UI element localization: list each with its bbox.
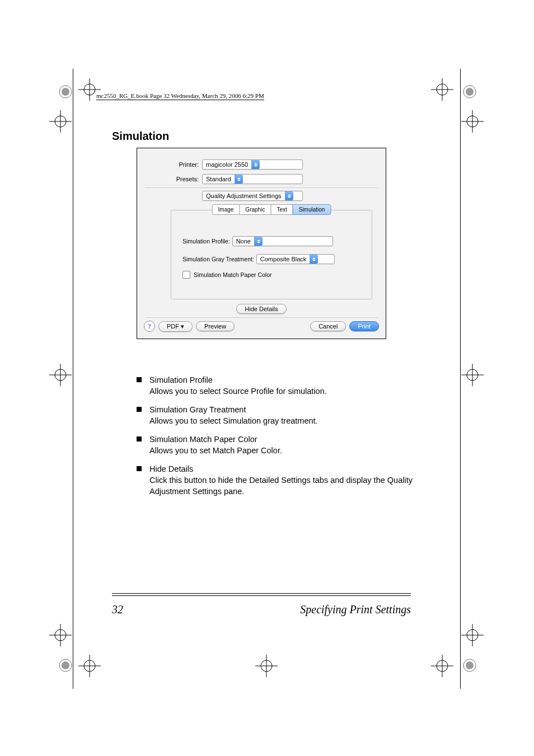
crop-mark-icon <box>461 364 484 386</box>
svg-point-5 <box>62 661 69 669</box>
bullet-desc: Allows you to select Simulation gray tre… <box>149 416 416 427</box>
sim-profile-select[interactable]: None <box>232 236 333 246</box>
bullet-title: Simulation Gray Treatment <box>149 405 416 416</box>
crop-mark-icon <box>461 624 484 646</box>
dropdown-arrow-icon <box>251 160 260 169</box>
sim-match-label: Simulation Match Paper Color <box>194 271 271 278</box>
list-item: Hide Details Click this button to hide t… <box>137 464 416 497</box>
svg-point-7 <box>466 661 474 669</box>
tab-simulation[interactable]: Simulation <box>293 204 331 215</box>
sim-profile-value: None <box>233 237 254 246</box>
bullet-title: Simulation Match Paper Color <box>149 434 416 445</box>
bullet-list: Simulation Profile Allows you to select … <box>137 375 416 505</box>
printer-value: magicolor 2550 <box>203 160 251 169</box>
sim-gray-label: Simulation Gray Treatment: <box>182 256 254 262</box>
section-title: Simulation <box>112 130 169 143</box>
tab-image[interactable]: Image <box>212 204 240 215</box>
printer-label: Printer: <box>167 161 199 168</box>
tab-graphic[interactable]: Graphic <box>239 204 271 215</box>
footer-rule <box>112 593 411 596</box>
sim-profile-label: Simulation Profile: <box>182 238 230 245</box>
crop-mark-icon <box>461 110 484 133</box>
print-dialog: Printer: magicolor 2550 Presets: Standar… <box>137 148 386 339</box>
list-item: Simulation Match Paper Color Allows you … <box>137 434 416 456</box>
divider <box>145 187 378 188</box>
list-item: Simulation Gray Treatment Allows you to … <box>137 405 416 426</box>
dropdown-arrow-icon <box>310 255 318 264</box>
presets-value: Standard <box>203 175 235 184</box>
dropdown-arrow-icon <box>235 175 243 184</box>
bullet-desc: Allows you to select Source Profile for … <box>149 386 416 397</box>
printer-select[interactable]: magicolor 2550 <box>202 159 303 170</box>
bullet-square-icon <box>137 377 142 382</box>
crop-mark-icon <box>78 655 101 677</box>
bullet-desc: Click this button to hide the Detailed S… <box>149 475 416 497</box>
sim-gray-value: Composite Black <box>257 255 310 264</box>
crop-mark-icon <box>49 364 72 386</box>
bullet-title: Hide Details <box>149 464 416 475</box>
bullet-title: Simulation Profile <box>149 375 416 386</box>
page-number: 32 <box>112 603 123 616</box>
pane-value: Quality Adjustment Settings <box>203 191 285 200</box>
dropdown-arrow-icon <box>254 237 263 246</box>
crop-mark-icon <box>431 655 453 677</box>
print-button[interactable]: Print <box>349 321 379 331</box>
crop-mark-icon <box>49 110 72 133</box>
tab-text[interactable]: Text <box>270 204 293 215</box>
bullet-square-icon <box>137 436 142 442</box>
settings-panel: Simulation Profile: None Simulation Gray… <box>171 210 372 299</box>
bullet-square-icon <box>137 407 142 412</box>
crop-mark-icon <box>255 655 278 677</box>
list-item: Simulation Profile Allows you to select … <box>137 375 416 397</box>
sim-match-checkbox[interactable] <box>182 271 190 279</box>
crop-mark-icon <box>431 78 453 101</box>
bullet-desc: Allows you to set Match Paper Color. <box>149 445 416 457</box>
book-header: mc2550_RG_E.book Page 32 Wednesday, Marc… <box>96 92 264 100</box>
hide-details-button[interactable]: Hide Details <box>236 304 286 314</box>
help-icon[interactable]: ? <box>144 321 155 332</box>
cancel-button[interactable]: Cancel <box>310 321 346 331</box>
crop-mark-icon <box>49 624 72 646</box>
sim-gray-select[interactable]: Composite Black <box>256 254 335 264</box>
pane-select[interactable]: Quality Adjustment Settings <box>202 191 303 201</box>
register-mark-icon <box>58 84 73 100</box>
preview-button[interactable]: Preview <box>196 321 235 331</box>
pdf-button[interactable]: PDF ▾ <box>158 321 193 332</box>
svg-point-3 <box>466 88 474 96</box>
bullet-square-icon <box>137 466 142 471</box>
register-mark-icon <box>462 84 477 100</box>
divider <box>145 317 378 318</box>
settings-tabs: Image Graphic Text Simulation <box>212 204 331 215</box>
register-mark-icon <box>462 658 477 673</box>
dropdown-arrow-icon <box>285 191 293 200</box>
presets-label: Presets: <box>167 176 199 182</box>
presets-select[interactable]: Standard <box>202 174 303 184</box>
svg-point-1 <box>62 88 69 96</box>
frame-line <box>73 69 73 689</box>
frame-line <box>460 69 461 689</box>
register-mark-icon <box>58 658 73 673</box>
footer-title: Specifying Print Settings <box>300 603 411 616</box>
